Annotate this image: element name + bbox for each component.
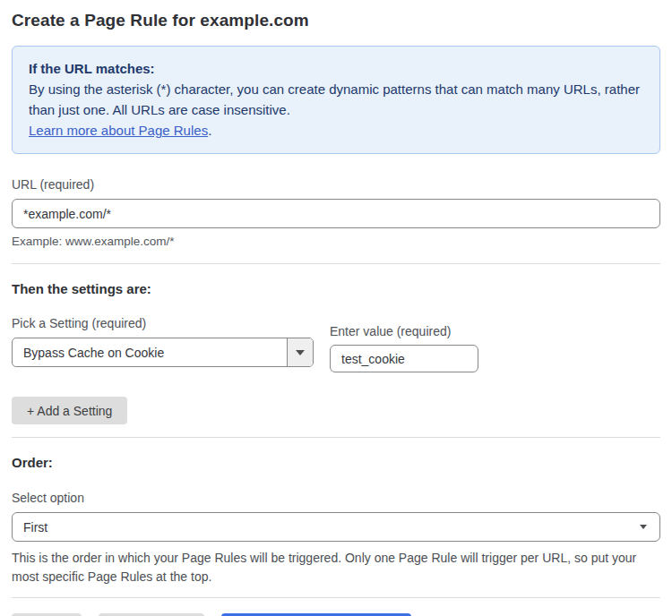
order-section: Order: Select option First This is the o… [12, 455, 660, 586]
url-field-label: URL (required) [12, 177, 660, 192]
order-select[interactable]: First [12, 512, 660, 542]
settings-row: Pick a Setting (required) Bypass Cache o… [12, 316, 660, 372]
info-box-body: By using the asterisk (*) character, you… [29, 79, 643, 120]
settings-section-heading: Then the settings are: [12, 281, 660, 296]
divider [12, 263, 660, 264]
order-helper-text: This is the order in which your Page Rul… [12, 549, 660, 586]
url-field-block: URL (required) Example: www.example.com/… [12, 177, 660, 248]
learn-more-link[interactable]: Learn more about Page Rules [29, 123, 208, 138]
setting-dropdown-value: Bypass Cache on Cookie [13, 338, 287, 366]
info-box-heading: If the URL matches: [29, 58, 643, 79]
setting-dropdown-button[interactable] [287, 338, 313, 366]
order-heading: Order: [12, 455, 660, 470]
setting-value-input[interactable] [330, 345, 478, 372]
enter-value-column: Enter value (required) [330, 324, 478, 372]
url-match-info-box: If the URL matches: By using the asteris… [12, 46, 660, 154]
create-page-rule-form: Create a Page Rule for example.com If th… [0, 0, 672, 616]
url-example-helper: Example: www.example.com/* [12, 235, 660, 248]
divider [12, 437, 660, 438]
page-title: Create a Page Rule for example.com [12, 11, 660, 30]
order-select-label: Select option [12, 491, 660, 505]
url-input[interactable] [12, 199, 660, 228]
link-period: . [208, 123, 211, 138]
add-setting-button[interactable]: + Add a Setting [12, 397, 127, 424]
info-box-link-line: Learn more about Page Rules. [29, 120, 643, 141]
caret-down-icon [640, 525, 647, 529]
setting-dropdown[interactable]: Bypass Cache on Cookie [12, 338, 314, 367]
caret-down-icon [296, 350, 305, 355]
pick-setting-label: Pick a Setting (required) [12, 316, 314, 330]
order-select-value: First [23, 520, 640, 535]
divider [12, 597, 660, 598]
pick-setting-column: Pick a Setting (required) Bypass Cache o… [12, 316, 314, 367]
enter-value-label: Enter value (required) [330, 324, 478, 338]
